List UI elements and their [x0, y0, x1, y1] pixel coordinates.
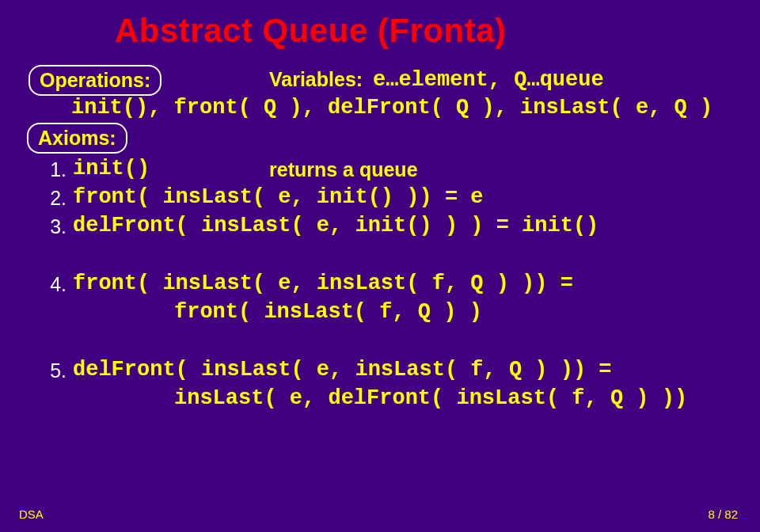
axiom-5-line1: delFront( insLast( e, insLast( f, Q ) ))…: [73, 358, 612, 382]
axiom-4-line1: front( insLast( e, insLast( f, Q ) )) =: [73, 272, 573, 295]
axiom-number-1: 1.: [46, 158, 66, 181]
axiom-1-code: init(): [73, 157, 150, 180]
slide-title: Abstract Queue (Fronta): [115, 12, 507, 50]
axiom-number-5: 5.: [46, 359, 66, 382]
axiom-3: delFront( insLast( e, init() ) ) = init(…: [73, 214, 598, 238]
axiom-number-2: 2.: [46, 187, 66, 210]
slide: Abstract Queue (Fronta) Operations: Vari…: [0, 0, 760, 532]
variables-code: e…element, Q…queue: [373, 68, 604, 92]
variables-label: Variables:: [269, 68, 363, 91]
axiom-5-line2: insLast( e, delFront( insLast( f, Q ) )): [174, 386, 687, 410]
operations-label-box: Operations:: [28, 65, 162, 96]
axiom-number-3: 3.: [46, 215, 66, 238]
axioms-label-box: Axioms:: [27, 123, 127, 154]
footer-right: 8 / 82: [708, 507, 738, 521]
axiom-1-returns: returns a queue: [269, 158, 418, 181]
axiom-2: front( insLast( e, init() )) = e: [73, 185, 483, 209]
operations-code: init(), front( Q ), delFront( Q ), insLa…: [71, 96, 712, 120]
axiom-4-line2: front( insLast( f, Q ) ): [174, 300, 482, 324]
footer-left: DSA: [19, 507, 44, 521]
axiom-number-4: 4.: [46, 273, 66, 296]
